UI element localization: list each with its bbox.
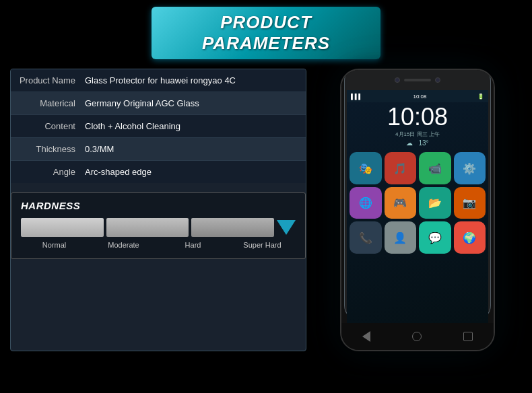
pointer-triangle (277, 220, 296, 235)
hardness-segment-3 (191, 218, 274, 237)
hardness-label-hard: Hard (160, 241, 226, 249)
hardness-segment-2 (106, 218, 189, 237)
phone-sensor (435, 77, 440, 83)
phone-date: 4月15日 周三 上午 (347, 131, 488, 138)
hardness-label-moderate: Moderate (90, 241, 157, 249)
hardness-label-superhard: Super Hard (229, 241, 296, 249)
recents-button (463, 332, 473, 341)
phone-speaker (404, 79, 431, 81)
app-icon: 🌐 (350, 187, 382, 219)
status-bar: ▌▌▌ 10:08 🔋 (347, 90, 488, 102)
hardness-title: HARDNESS (21, 200, 296, 211)
hardness-pointer (277, 218, 296, 237)
app-icon: 👤 (385, 221, 417, 254)
weather-icon: ☁ (406, 139, 413, 147)
app-icon: ⚙️ (454, 152, 486, 184)
phone-camera (395, 77, 400, 83)
app-icon: 📷 (454, 187, 486, 219)
spec-row: Materical Germany Original AGC Glass (11, 92, 306, 115)
spec-value: 0.3/MM (85, 144, 114, 154)
spec-label: Thickness (18, 144, 85, 154)
app-icon: 🌍 (454, 221, 486, 254)
battery-icon: 🔋 (477, 94, 484, 100)
header-title: PRODUCT PARAMETERS (165, 12, 367, 54)
phone-notch (341, 70, 494, 90)
spec-row: Angle Arc-shaped edge (11, 161, 306, 183)
status-time: 10:08 (413, 94, 426, 100)
hardness-bar-area (21, 218, 296, 237)
phone-mockup: ▌▌▌ 10:08 🔋 10:08 4月15日 周三 上午 ☁ 13° 🎭🎵📹⚙… (340, 69, 495, 351)
spec-label: Content (18, 121, 85, 131)
phone-bottom-bar (341, 323, 494, 350)
back-button (362, 331, 370, 342)
hardness-box: HARDNESS Normal Moderate Hard Super Hard (11, 192, 306, 259)
header-banner: PRODUCT PARAMETERS (152, 7, 380, 59)
phone-time-display: 10:08 (347, 102, 488, 129)
main-content: Product Name Glass Protector for huawei … (0, 69, 532, 351)
app-icon: 🎭 (350, 152, 382, 184)
spec-label: Angle (18, 167, 85, 177)
signal-icons: ▌▌▌ (351, 94, 362, 100)
spec-value: Glass Protector for huawei rongyao 4C (85, 75, 236, 85)
specs-panel: Product Name Glass Protector for huawei … (10, 69, 306, 351)
app-icon: 📂 (419, 187, 451, 219)
spec-row: Thickness 0.3/MM (11, 138, 306, 161)
app-icon: 💬 (419, 221, 451, 254)
spec-value: Germany Original AGC Glass (85, 98, 199, 108)
app-icon: 🎵 (385, 152, 417, 184)
phone-apps-grid: 🎭🎵📹⚙️🌐🎮📂📷📞👤💬🌍 (347, 147, 488, 256)
home-button (412, 332, 422, 341)
temperature: 13° (418, 139, 428, 147)
spec-row: Product Name Glass Protector for huawei … (11, 69, 306, 92)
spec-row: Content Cloth + Alcohol Cleaning (11, 115, 306, 138)
hardness-segment-1 (21, 218, 104, 237)
hardness-labels: Normal Moderate Hard Super Hard (21, 241, 296, 249)
spec-label: Product Name (18, 75, 85, 85)
hardness-label-normal: Normal (21, 241, 88, 249)
spec-value: Arc-shaped edge (85, 167, 152, 177)
app-icon: 🎮 (385, 187, 417, 219)
app-icon: 📹 (419, 152, 451, 184)
phone-area: ▌▌▌ 10:08 🔋 10:08 4月15日 周三 上午 ☁ 13° 🎭🎵📹⚙… (313, 69, 522, 351)
phone-weather: ☁ 13° (347, 139, 488, 147)
app-icon: 📞 (350, 221, 382, 254)
spec-value: Cloth + Alcohol Cleaning (85, 121, 180, 131)
spec-label: Materical (18, 98, 85, 108)
phone-screen: ▌▌▌ 10:08 🔋 10:08 4月15日 周三 上午 ☁ 13° 🎭🎵📹⚙… (347, 90, 488, 323)
